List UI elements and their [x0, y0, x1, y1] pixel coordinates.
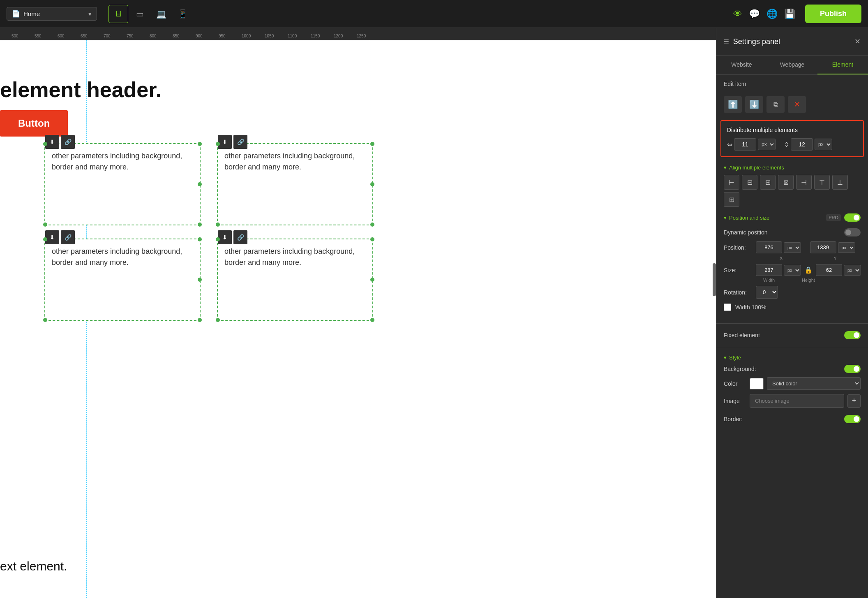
box-download-btn-1[interactable]: ⬇ [45, 135, 59, 149]
position-y-unit[interactable]: px [838, 242, 855, 253]
resize-handle-bl-3[interactable] [43, 318, 47, 322]
mobile-device-btn[interactable]: 📱 [173, 5, 192, 23]
choose-image-button[interactable]: Choose image [750, 394, 844, 408]
box-link-btn-2[interactable]: 🔗 [233, 135, 247, 149]
box-text-3: other parameters including background, b… [52, 246, 193, 268]
position-x-input[interactable]: 876 [756, 241, 782, 253]
resize-handle-mr-1[interactable] [198, 182, 202, 186]
resize-handle-tl-4[interactable] [216, 237, 220, 241]
distribute-v-unit[interactable]: px [815, 139, 832, 150]
canvas-area[interactable]: 500 550 600 650 700 750 800 850 900 950 … [0, 28, 716, 598]
distribute-h-unit[interactable]: px [758, 139, 776, 150]
main-layout: 500 550 600 650 700 750 800 850 900 950 … [0, 28, 868, 598]
color-swatch[interactable] [750, 378, 764, 389]
resize-handle-tr-2[interactable] [370, 142, 374, 146]
dynamic-position-toggle[interactable] [844, 228, 861, 236]
align-center-v-btn[interactable]: ⊟ [742, 175, 757, 190]
color-type-select[interactable]: Solid color [767, 377, 861, 390]
size-width-input[interactable]: 287 [756, 264, 782, 276]
resize-handle-mr-4[interactable] [370, 278, 374, 282]
sidebar-tabs: Website Webpage Element [716, 56, 868, 75]
canvas-button[interactable]: Button [0, 110, 68, 137]
ruler-mark: 900 [196, 34, 203, 38]
element-header[interactable]: element header. [0, 77, 162, 102]
content-box-4[interactable]: ⬇ 🔗 other parameters including backgroun… [217, 239, 373, 321]
chat-icon[interactable]: 💬 [749, 9, 760, 19]
align-right-btn[interactable]: ⊣ [796, 175, 812, 190]
align-top-btn[interactable]: ⊤ [814, 175, 830, 190]
tablet-device-btn[interactable]: ▭ [130, 5, 150, 23]
box-link-btn-3[interactable]: 🔗 [61, 230, 75, 244]
page-selector[interactable]: 📄 Home ▾ [7, 7, 97, 21]
pro-toggle[interactable] [844, 213, 861, 222]
resize-handle-tl-2[interactable] [216, 142, 220, 146]
content-box-2[interactable]: ⬇ 🔗 other parameters including backgroun… [217, 143, 373, 225]
align-left-btn[interactable]: ⊢ [724, 175, 739, 190]
save-icon[interactable]: 💾 [784, 9, 795, 19]
resize-handle-br-1[interactable] [198, 223, 202, 227]
distribute-equal-btn[interactable]: ⊞ [724, 192, 739, 207]
delete-btn[interactable]: ✕ [788, 96, 806, 113]
size-height-unit[interactable]: px [844, 265, 861, 276]
position-xy-row: Position: 876 px 1339 px [724, 241, 861, 253]
canvas-content[interactable]: element header. Button ⬇ 🔗 [0, 40, 716, 598]
resize-handle-mr-3[interactable] [198, 278, 202, 282]
resize-handle-tl-1[interactable] [43, 142, 47, 146]
laptop-device-btn[interactable]: 💻 [151, 5, 171, 23]
resize-handle-tr-4[interactable] [370, 237, 374, 241]
duplicate-btn[interactable]: ⧉ [766, 96, 785, 113]
pro-badge: PRO [826, 214, 841, 221]
layer-up-btn[interactable]: ⬆️ [724, 96, 742, 113]
lock-icon[interactable]: 🔒 [804, 266, 813, 274]
desktop-device-btn[interactable]: 🖥 [108, 5, 128, 23]
distribute-v-input[interactable]: 12 [791, 138, 813, 151]
tab-webpage[interactable]: Webpage [767, 56, 817, 74]
size-height-input[interactable]: 62 [816, 264, 842, 276]
distribute-h-input[interactable]: 11 [734, 138, 756, 151]
position-y-input[interactable]: 1339 [810, 241, 836, 253]
layer-down-btn[interactable]: ⬇️ [745, 96, 763, 113]
fixed-element-label: Fixed element [724, 332, 760, 338]
dynamic-position-row: Dynamic position [724, 226, 861, 239]
box-link-btn-1[interactable]: 🔗 [61, 135, 75, 149]
resize-handle-br-2[interactable] [370, 223, 374, 227]
box-row-1: ⬇ 🔗 other parameters including backgroun… [44, 143, 373, 225]
tab-website[interactable]: Website [716, 56, 767, 74]
box-text-4: other parameters including background, b… [224, 246, 366, 268]
resize-handle-bl-2[interactable] [216, 223, 220, 227]
box-link-btn-4[interactable]: 🔗 [233, 230, 247, 244]
resize-handle-tr-3[interactable] [198, 237, 202, 241]
align-bottom-btn[interactable]: ⊥ [832, 175, 848, 190]
border-toggle[interactable] [844, 415, 861, 423]
scroll-handle[interactable] [713, 263, 716, 296]
content-boxes: ⬇ 🔗 other parameters including backgroun… [44, 143, 373, 334]
content-box-3[interactable]: ⬇ 🔗 other parameters including backgroun… [44, 239, 201, 321]
image-add-button[interactable]: + [847, 394, 861, 408]
resize-handle-bl-1[interactable] [43, 223, 47, 227]
box-download-btn-3[interactable]: ⬇ [45, 230, 59, 244]
resize-handle-br-3[interactable] [198, 318, 202, 322]
box-download-btn-2[interactable]: ⬇ [218, 135, 232, 149]
rotation-select[interactable]: 0 [756, 286, 778, 299]
fixed-element-toggle[interactable] [844, 331, 861, 339]
content-box-1[interactable]: ⬇ 🔗 other parameters including backgroun… [44, 143, 201, 225]
resize-handle-bl-4[interactable] [216, 318, 220, 322]
ruler-mark: 1100 [288, 34, 297, 38]
preview-icon[interactable]: 👁 [733, 9, 742, 19]
width100-checkbox[interactable] [724, 304, 731, 311]
background-toggle[interactable] [844, 365, 861, 373]
resize-handle-tl-3[interactable] [43, 237, 47, 241]
tab-element[interactable]: Element [817, 56, 868, 74]
size-width-unit[interactable]: px [784, 265, 801, 276]
resize-handle-mr-2[interactable] [370, 182, 374, 186]
resize-handle-tr-1[interactable] [198, 142, 202, 146]
position-x-unit[interactable]: px [784, 242, 801, 253]
publish-button[interactable]: Publish [805, 5, 861, 23]
align-center-h-btn[interactable]: ⊞ [760, 175, 776, 190]
globe-icon[interactable]: 🌐 [766, 9, 778, 19]
pos-section-title: Position and size [724, 215, 769, 221]
align-middle-btn[interactable]: ⊠ [778, 175, 794, 190]
resize-handle-br-4[interactable] [370, 318, 374, 322]
box-download-btn-4[interactable]: ⬇ [218, 230, 232, 244]
close-icon[interactable]: ✕ [854, 37, 861, 46]
